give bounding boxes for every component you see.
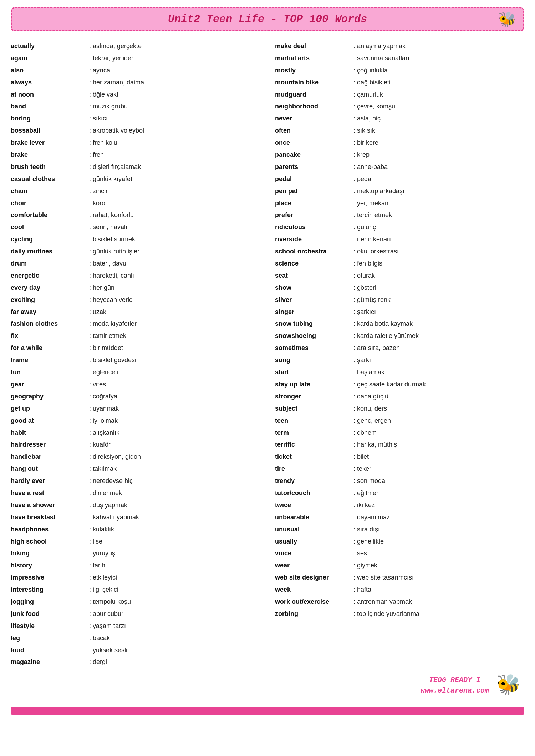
list-item: martial arts: savunma sanatları — [275, 53, 524, 63]
word-turkish: : başlamak — [353, 367, 384, 377]
word-turkish: : genç, ergen — [353, 416, 391, 426]
list-item: hairdresser: kuaför — [11, 440, 260, 450]
list-item: terrific: harika, müthiş — [275, 440, 524, 450]
word-turkish: : nehir kenarı — [353, 235, 391, 245]
word-english: have a shower — [11, 500, 89, 510]
word-english: week — [275, 585, 353, 595]
footer-bar — [11, 707, 524, 715]
word-english: jogging — [11, 597, 89, 607]
word-english: science — [275, 259, 353, 269]
word-english: silver — [275, 295, 353, 305]
bee-icon-bottom: 🐝 — [496, 673, 521, 696]
word-turkish: : top içinde yuvarlanma — [353, 609, 419, 619]
list-item: place: yer, mekan — [275, 199, 524, 209]
word-english: have a rest — [11, 488, 89, 498]
word-turkish: : bateri, davul — [89, 259, 128, 269]
word-english: unusual — [275, 525, 353, 535]
list-item: good at: iyi olmak — [11, 416, 260, 426]
list-item: pancake: krep — [275, 150, 524, 160]
list-item: sometimes: ara sıra, bazen — [275, 343, 524, 353]
list-item: tutor/couch: eğitmen — [275, 488, 524, 498]
list-item: ticket: bilet — [275, 452, 524, 462]
word-turkish: : ayrıca — [89, 66, 110, 76]
word-english: riverside — [275, 235, 353, 245]
word-turkish: : anne-baba — [353, 162, 388, 172]
list-item: chain: zincir — [11, 186, 260, 196]
list-item: loud: yüksek sesli — [11, 646, 260, 655]
word-turkish: : takılmak — [89, 464, 117, 474]
word-english: snow tubing — [275, 319, 353, 329]
list-item: snowshoeing: karda raletle yürümek — [275, 331, 524, 341]
list-item: make deal: anlaşma yapmak — [275, 41, 524, 51]
word-turkish: : duş yapmak — [89, 500, 127, 510]
word-english: frame — [11, 355, 89, 365]
word-english: headphones — [11, 525, 89, 535]
word-turkish: : fen bilgisi — [353, 259, 384, 269]
list-item: subject: konu, ders — [275, 404, 524, 414]
list-item: actually: aslında, gerçekte — [11, 41, 260, 51]
list-item: always: her zaman, daima — [11, 78, 260, 88]
word-english: snowshoeing — [275, 331, 353, 341]
list-item: get up: uyanmak — [11, 404, 260, 414]
word-turkish: : gümüş renk — [353, 295, 391, 305]
bee-icon-top: 🐝 — [498, 11, 516, 28]
word-turkish: : fren kolu — [89, 138, 117, 148]
word-english: always — [11, 78, 89, 88]
list-item: at noon: öğle vakti — [11, 90, 260, 100]
word-english: handlebar — [11, 452, 89, 462]
list-item: band: müzik grubu — [11, 102, 260, 112]
word-turkish: : iyi olmak — [89, 416, 118, 426]
word-turkish: : tamir etmek — [89, 331, 126, 341]
word-turkish: : web site tasarımcısı — [353, 573, 414, 583]
word-turkish: : çevre, komşu — [353, 102, 395, 112]
word-turkish: : daha güçlü — [353, 392, 388, 402]
list-item: geography: coğrafya — [11, 392, 260, 402]
word-english: place — [275, 199, 353, 209]
word-english: unbearable — [275, 513, 353, 523]
word-turkish: : direksiyon, gidon — [89, 452, 141, 462]
list-item: teen: genç, ergen — [275, 416, 524, 426]
word-turkish: : dayanılmaz — [353, 513, 390, 523]
word-turkish: : günlük rutin işler — [89, 247, 139, 257]
list-item: brake: fren — [11, 150, 260, 160]
word-english: stay up late — [275, 380, 353, 390]
word-turkish: : öğle vakti — [89, 90, 120, 100]
word-english: school orchestra — [275, 247, 353, 257]
list-item: silver: gümüş renk — [275, 295, 524, 305]
word-turkish: : teker — [353, 464, 371, 474]
word-turkish: : ara sıra, bazen — [353, 343, 400, 353]
word-english: band — [11, 102, 89, 112]
word-turkish: : kuaför — [89, 440, 111, 450]
list-item: parents: anne-baba — [275, 162, 524, 172]
word-english: pedal — [275, 174, 353, 184]
word-english: cool — [11, 222, 89, 232]
list-item: energetic: hareketli, canlı — [11, 271, 260, 281]
word-english: work out/exercise — [275, 597, 353, 607]
list-item: mostly: çoğunlukla — [275, 66, 524, 76]
word-turkish: : coğrafya — [89, 392, 117, 402]
word-turkish: : gösteri — [353, 283, 376, 293]
list-item: headphones: kulaklık — [11, 525, 260, 535]
list-item: never: asla, hiç — [275, 114, 524, 124]
list-item: have a shower: duş yapmak — [11, 500, 260, 510]
word-english: make deal — [275, 41, 353, 51]
word-turkish: : günlük kıyafet — [89, 174, 132, 184]
word-turkish: : aslında, gerçekte — [89, 41, 142, 51]
word-turkish: : anlaşma yapmak — [353, 41, 406, 51]
word-turkish: : dağ bisikleti — [353, 78, 391, 88]
word-english: junk food — [11, 609, 89, 619]
list-item: usually: genellikle — [275, 537, 524, 547]
list-item: school orchestra: okul orkestrası — [275, 247, 524, 257]
list-item: leg: bacak — [11, 633, 260, 643]
word-turkish: : rahat, konforlu — [89, 210, 134, 220]
word-english: every day — [11, 283, 89, 293]
word-english: chain — [11, 186, 89, 196]
word-turkish: : tercih etmek — [353, 210, 392, 220]
word-english: fashion clothes — [11, 319, 89, 329]
brand-label: TEOG READY I — [421, 675, 489, 685]
word-turkish: : moda kıyafetler — [89, 319, 137, 329]
word-english: voice — [275, 549, 353, 559]
word-turkish: : gülünç — [353, 222, 376, 232]
word-turkish: : tarih — [89, 561, 105, 571]
list-item: zorbing: top içinde yuvarlanma — [275, 609, 524, 619]
